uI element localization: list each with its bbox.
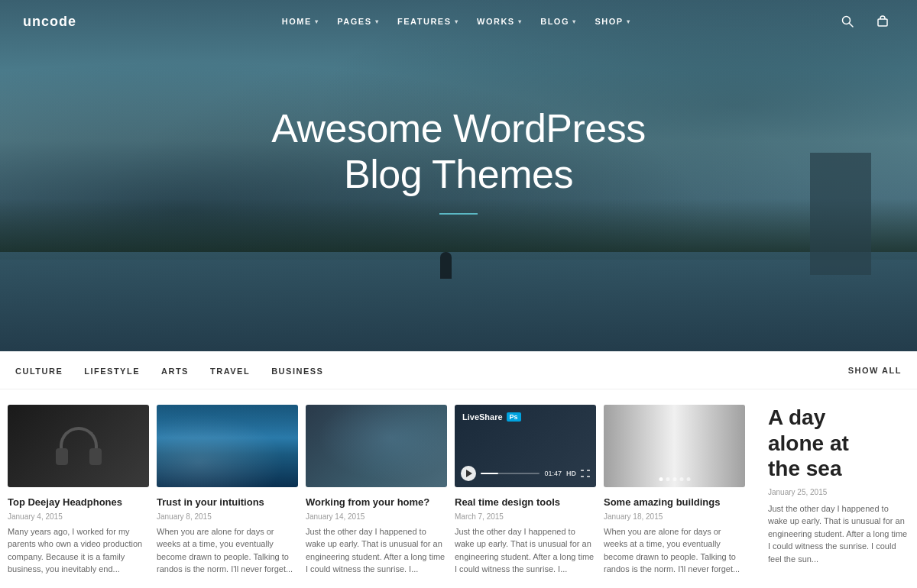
chevron-down-icon: ▾ <box>627 18 631 25</box>
post-excerpt-2: When you are alone for days or weeks at … <box>157 525 298 576</box>
hero-title: Awesome WordPress Blog Themes <box>271 106 646 198</box>
filter-item-business[interactable]: BUSINESS <box>271 363 323 377</box>
chevron-down-icon: ▾ <box>455 18 459 25</box>
post-title-4[interactable]: Real time design tools <box>455 496 596 509</box>
nav-link-blog[interactable]: BLOG ▾ <box>540 17 576 26</box>
post-card-1: Top Deejay Headphones January 4, 2015 Ma… <box>8 405 149 576</box>
post-card-6: A dayalone atthe sea January 25, 2015 Ju… <box>753 405 909 576</box>
headphones-icon <box>56 427 102 465</box>
chevron-down-icon: ▾ <box>315 18 319 25</box>
search-button[interactable] <box>836 10 859 33</box>
nav-link-shop[interactable]: SHOP ▾ <box>595 17 630 26</box>
building-dots <box>659 477 690 481</box>
nav-link-pages[interactable]: PAGES ▾ <box>337 17 379 26</box>
post-excerpt-3: Just the other day I happened to wake up… <box>306 525 447 576</box>
svg-rect-4 <box>587 470 590 471</box>
hero-content: Awesome WordPress Blog Themes <box>256 106 661 215</box>
svg-line-1 <box>849 24 853 27</box>
filter-categories: CULTURE LIFESTYLE ARTS TRAVEL BUSINESS <box>15 363 323 377</box>
nav-link-features[interactable]: FEATURES ▾ <box>397 17 458 26</box>
post-excerpt-5: When you are alone for days or weeks at … <box>604 525 745 576</box>
filter-link-arts[interactable]: ARTS <box>161 367 189 376</box>
nav-item-features[interactable]: FEATURES ▾ <box>397 17 458 26</box>
hd-badge: HD <box>566 470 576 477</box>
video-progress-bar[interactable] <box>481 473 540 474</box>
post-card-3: Working from your home? January 14, 2015… <box>306 405 447 576</box>
filter-item-culture[interactable]: CULTURE <box>15 363 63 377</box>
hero-building <box>810 153 871 275</box>
hero-divider <box>439 213 478 215</box>
filter-item-arts[interactable]: ARTS <box>161 363 189 377</box>
play-button[interactable] <box>461 466 476 481</box>
post-card-5: Some amazing buildings January 18, 2015 … <box>604 405 745 576</box>
cart-button[interactable] <box>871 10 894 33</box>
dot-1 <box>659 477 663 481</box>
svg-rect-5 <box>581 476 584 477</box>
show-all-link[interactable]: SHOW ALL <box>848 366 902 375</box>
nav-item-pages[interactable]: PAGES ▾ <box>337 17 379 26</box>
hero-person <box>440 252 452 279</box>
post-date-3: January 14, 2015 <box>306 512 447 521</box>
navbar: uncode HOME ▾ PAGES ▾ FEATURES ▾ WORKS ▾ <box>0 0 917 43</box>
post-image-5[interactable] <box>604 405 745 487</box>
nav-link-works[interactable]: WORKS ▾ <box>477 17 522 26</box>
post-date-1: January 4, 2015 <box>8 512 149 521</box>
post-date-6: January 25, 2015 <box>768 488 909 496</box>
filter-item-travel[interactable]: TRAVEL <box>210 363 250 377</box>
post-date-4: March 7, 2015 <box>455 512 596 521</box>
svg-rect-2 <box>878 19 887 26</box>
post-image-3[interactable] <box>306 405 447 487</box>
nav-item-shop[interactable]: SHOP ▾ <box>595 17 630 26</box>
video-title-label: LiveShare <box>462 412 503 422</box>
dot-4 <box>679 477 683 481</box>
post-title-5[interactable]: Some amazing buildings <box>604 496 745 509</box>
post-image-4[interactable]: LiveShare Ps 01:47 HD <box>455 405 596 487</box>
post-date-5: January 18, 2015 <box>604 512 745 521</box>
site-logo[interactable]: uncode <box>23 14 76 30</box>
building-corridor <box>604 405 745 487</box>
filter-item-lifestyle[interactable]: LIFESTYLE <box>84 363 140 377</box>
nav-item-works[interactable]: WORKS ▾ <box>477 17 522 26</box>
dot-2 <box>666 477 669 481</box>
video-header: LiveShare Ps <box>462 412 521 422</box>
hero-section: Awesome WordPress Blog Themes <box>0 0 917 351</box>
filter-link-business[interactable]: BUSINESS <box>271 367 323 376</box>
blog-grid: Top Deejay Headphones January 4, 2015 Ma… <box>0 389 917 588</box>
navbar-icons <box>836 10 894 33</box>
post-excerpt-1: Many years ago, I worked for my parents … <box>8 525 149 576</box>
post-card-2: Trust in your intuitions January 8, 2015… <box>157 405 298 576</box>
laptop-overlay <box>306 405 447 487</box>
dot-5 <box>686 477 690 481</box>
nav-link-home[interactable]: HOME ▾ <box>282 17 319 26</box>
video-controls[interactable]: 01:47 HD <box>461 466 590 481</box>
video-progress-fill <box>481 473 498 474</box>
chevron-down-icon: ▾ <box>375 18 380 25</box>
post-card-4: LiveShare Ps 01:47 HD Real time design <box>455 405 596 576</box>
post-image-2[interactable] <box>157 405 298 487</box>
nav-links: HOME ▾ PAGES ▾ FEATURES ▾ WORKS ▾ BLOG <box>282 17 630 26</box>
search-icon <box>841 15 854 27</box>
post-title-3[interactable]: Working from your home? <box>306 496 447 509</box>
nav-item-home[interactable]: HOME ▾ <box>282 17 319 26</box>
hero-water <box>0 252 917 351</box>
cart-icon <box>876 15 889 27</box>
fullscreen-icon[interactable] <box>581 470 590 477</box>
filter-link-lifestyle[interactable]: LIFESTYLE <box>84 367 140 376</box>
post-date-2: January 8, 2015 <box>157 512 298 521</box>
filter-link-travel[interactable]: TRAVEL <box>210 367 250 376</box>
filter-bar: CULTURE LIFESTYLE ARTS TRAVEL BUSINESS S… <box>0 351 917 389</box>
waves-overlay <box>157 405 298 487</box>
post-title-2[interactable]: Trust in your intuitions <box>157 496 298 509</box>
post-title-1[interactable]: Top Deejay Headphones <box>8 496 149 509</box>
post-excerpt-4: Just the other day I happened to wake up… <box>455 525 596 576</box>
post-excerpt-6: Just the other day I happened to wake up… <box>768 502 909 566</box>
chevron-down-icon: ▾ <box>518 18 523 25</box>
nav-item-blog[interactable]: BLOG ▾ <box>540 17 576 26</box>
post-title-6[interactable]: A dayalone atthe sea <box>768 405 909 482</box>
dot-3 <box>672 477 676 481</box>
svg-rect-3 <box>581 470 584 471</box>
filter-link-culture[interactable]: CULTURE <box>15 367 63 376</box>
ps-badge: Ps <box>507 412 521 422</box>
post-image-1[interactable] <box>8 405 149 487</box>
video-time: 01:47 <box>544 470 562 477</box>
